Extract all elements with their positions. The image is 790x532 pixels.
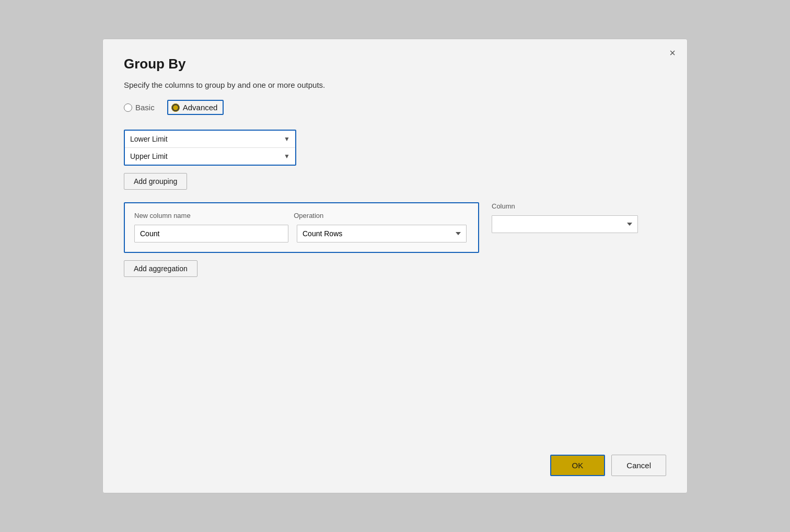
add-grouping-button[interactable]: Add grouping (124, 173, 187, 190)
basic-radio-input[interactable] (124, 103, 132, 112)
aggregation-box: New column name Operation Count Rows Sum… (124, 202, 479, 253)
lower-limit-label: Lower Limit (130, 135, 168, 143)
aggregation-inputs: Count Rows Sum Average Median Min Max Co… (134, 225, 469, 242)
aggregation-row-wrapper: New column name Operation Count Rows Sum… (124, 202, 666, 260)
upper-limit-arrow-icon: ▼ (284, 153, 290, 160)
lower-limit-arrow-icon: ▼ (284, 135, 290, 143)
column-label: Column (492, 202, 638, 210)
ok-button[interactable]: OK (550, 455, 606, 476)
lower-limit-dropdown[interactable]: Lower Limit ▼ (125, 131, 295, 148)
basic-radio-label: Basic (135, 103, 155, 112)
new-column-name-input[interactable] (134, 225, 288, 242)
advanced-radio-input[interactable] (171, 103, 180, 112)
column-select[interactable] (492, 215, 638, 233)
close-button[interactable]: × (666, 45, 679, 60)
operation-select[interactable]: Count Rows Sum Average Median Min Max Co… (297, 225, 467, 242)
basic-radio-option[interactable]: Basic (124, 103, 155, 112)
dialog-footer: OK Cancel (124, 434, 666, 476)
add-aggregation-button[interactable]: Add aggregation (124, 260, 197, 277)
operation-header: Operation (294, 212, 469, 219)
column-section: Column (492, 202, 638, 233)
aggregation-section: New column name Operation Count Rows Sum… (124, 202, 666, 277)
new-column-name-header: New column name (134, 212, 294, 219)
group-by-dialog: × Group By Specify the columns to group … (102, 39, 688, 493)
upper-limit-label: Upper Limit (130, 152, 168, 160)
grouping-fields-box: Lower Limit ▼ Upper Limit ▼ (124, 130, 296, 166)
cancel-button[interactable]: Cancel (611, 455, 666, 476)
advanced-radio-option[interactable]: Advanced (167, 100, 224, 115)
advanced-radio-label: Advanced (183, 103, 218, 112)
aggregation-headers: New column name Operation (134, 212, 469, 219)
dialog-description: Specify the columns to group by and one … (124, 80, 666, 89)
grouping-section: Lower Limit ▼ Upper Limit ▼ Add grouping (124, 130, 666, 190)
dialog-title: Group By (124, 56, 666, 72)
upper-limit-dropdown[interactable]: Upper Limit ▼ (125, 148, 295, 165)
mode-radio-group: Basic Advanced (124, 100, 666, 115)
